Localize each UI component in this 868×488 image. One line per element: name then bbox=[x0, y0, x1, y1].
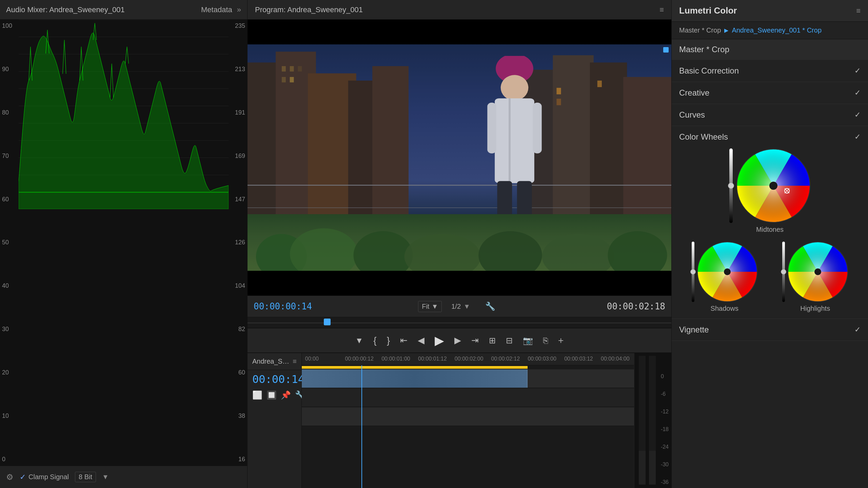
railing-bottom bbox=[248, 207, 671, 208]
expand-icon[interactable]: » bbox=[237, 5, 241, 14]
midtones-slider-handle[interactable] bbox=[728, 183, 734, 189]
svg-point-61 bbox=[814, 268, 821, 275]
svg-rect-33 bbox=[509, 98, 511, 183]
mark-out-button[interactable]: } bbox=[385, 333, 392, 348]
scope-settings-icon[interactable]: ⚙ bbox=[6, 472, 14, 482]
monitor-header: Program: Andrea_Sweeney_001 ≡ bbox=[248, 0, 671, 20]
center-area: Program: Andrea_Sweeney_001 ≡ bbox=[248, 0, 671, 488]
timeline-header-left: Andrea_Sweeney_001 ≡ bbox=[248, 353, 301, 370]
mark-in-button[interactable]: { bbox=[371, 333, 378, 348]
metadata-label[interactable]: Metadata bbox=[201, 5, 232, 14]
timeline-ruler: 00:00 00:00:00:12 00:00:01:00 00:00:01:1… bbox=[302, 353, 634, 365]
timeline-pin-tool[interactable]: 📌 bbox=[281, 390, 291, 400]
lumetri-menu-icon[interactable]: ≡ bbox=[856, 6, 861, 15]
wrench-icon[interactable]: 🔧 bbox=[485, 302, 495, 311]
svg-point-52 bbox=[769, 182, 777, 190]
scrub-handle[interactable] bbox=[324, 319, 331, 325]
svg-rect-24 bbox=[553, 55, 593, 225]
master-crop-label: Master * Crop bbox=[679, 45, 729, 54]
timeline-tools: ⬜ 🔲 📌 🔧 bbox=[248, 388, 301, 402]
work-area-bar[interactable] bbox=[302, 366, 528, 369]
svg-rect-13 bbox=[248, 63, 280, 226]
highlights-v-slider[interactable] bbox=[782, 242, 785, 302]
highlights-wheel-svg[interactable] bbox=[788, 242, 848, 302]
breadcrumb-clip[interactable]: Andrea_Sweeney_001 * Crop bbox=[732, 26, 822, 34]
video-clip[interactable] bbox=[302, 369, 528, 388]
timecode-current: 00:00:00:14 bbox=[254, 301, 312, 311]
highlights-slider-handle[interactable] bbox=[781, 269, 786, 274]
play-button[interactable]: ▶ bbox=[433, 331, 446, 350]
step-forward-button[interactable]: ▶ bbox=[452, 333, 463, 348]
svg-point-58 bbox=[724, 268, 731, 275]
go-to-out-button[interactable]: ⇥ bbox=[469, 333, 481, 348]
timeline-right-meter: 0 -6 -12 -18 -24 -30 -36 bbox=[634, 353, 671, 488]
timeline-track-labels: Andrea_Sweeney_001 ≡ 00:00:14 ⬜ 🔲 📌 🔧 bbox=[248, 353, 302, 488]
bit-depth-label[interactable]: 8 Bit bbox=[75, 472, 96, 482]
shadows-v-slider[interactable] bbox=[692, 242, 694, 302]
in-out-indicator bbox=[663, 47, 669, 53]
creative-section[interactable]: Creative ✓ bbox=[672, 82, 868, 104]
clamp-signal-checkbox[interactable]: ✓ Clamp Signal bbox=[20, 473, 69, 482]
center-main: Program: Andrea_Sweeney_001 ≡ bbox=[248, 0, 671, 352]
svg-rect-32 bbox=[495, 98, 534, 183]
timeline-tool-1[interactable]: ⬜ bbox=[252, 390, 262, 400]
svg-rect-47 bbox=[639, 451, 646, 485]
camera-button[interactable]: 📷 bbox=[521, 334, 535, 347]
timeline-tracks bbox=[302, 365, 634, 488]
mini-waveform-svg bbox=[637, 356, 657, 485]
waveform-right-labels: 235 213 191 169 147 126 104 82 60 38 16 bbox=[229, 20, 247, 466]
svg-point-41 bbox=[405, 234, 481, 270]
timeline-tool-2[interactable]: 🔲 bbox=[267, 390, 277, 400]
breadcrumb-master[interactable]: Master * Crop bbox=[679, 26, 721, 34]
scrub-bar[interactable] bbox=[248, 317, 671, 328]
video-letterbox-bottom bbox=[248, 271, 671, 296]
shadows-highlights-row: Shadows bbox=[679, 242, 861, 312]
svg-rect-22 bbox=[290, 77, 294, 82]
step-back-button[interactable]: ◀ bbox=[416, 333, 427, 348]
funnel-button[interactable]: ▼ bbox=[353, 334, 366, 347]
bit-depth-dropdown-icon[interactable]: ▼ bbox=[102, 473, 109, 481]
svg-point-40 bbox=[354, 231, 413, 271]
shadows-wheel-svg[interactable] bbox=[697, 242, 757, 302]
master-crop-section[interactable]: Master * Crop bbox=[672, 39, 868, 60]
svg-rect-48 bbox=[649, 451, 656, 485]
timeline-menu-icon[interactable]: ≡ bbox=[293, 358, 297, 365]
timeline-track-3 bbox=[302, 407, 634, 426]
insert-button[interactable]: ⊞ bbox=[487, 334, 498, 347]
midtones-v-slider[interactable] bbox=[729, 148, 733, 223]
fit-dropdown-arrow: ▼ bbox=[431, 303, 438, 310]
fit-dropdown[interactable]: Fit ▼ bbox=[418, 301, 442, 312]
creative-label: Creative bbox=[679, 88, 709, 98]
waveform-left-labels: 100 90 80 70 60 50 40 30 20 10 0 bbox=[0, 20, 19, 466]
curves-section[interactable]: Curves ✓ bbox=[672, 104, 868, 126]
svg-rect-29 bbox=[597, 81, 601, 87]
timecode-duration: 00:00:02:18 bbox=[607, 301, 665, 311]
color-wheels-label: Color Wheels bbox=[679, 132, 728, 142]
timeline-track-2 bbox=[302, 388, 634, 407]
add-button[interactable]: + bbox=[556, 333, 566, 348]
midtones-row: Midtones bbox=[679, 148, 861, 233]
midtones-wheel-svg[interactable] bbox=[736, 148, 811, 223]
curves-check: ✓ bbox=[854, 110, 861, 119]
overwrite-button[interactable]: ⊟ bbox=[504, 334, 515, 347]
timeline-playhead bbox=[361, 365, 362, 488]
export-frame-button[interactable]: ⎘ bbox=[541, 334, 550, 347]
page-dropdown-arrow[interactable]: ▼ bbox=[463, 303, 470, 310]
timeline-track-1 bbox=[302, 369, 634, 388]
audio-mixer-title: Audio Mixer: Andrea_Sweeney_001 bbox=[6, 5, 125, 14]
basic-correction-section[interactable]: Basic Correction ✓ bbox=[672, 60, 868, 82]
highlights-wheel-wrap bbox=[782, 242, 848, 302]
scrub-track bbox=[248, 323, 671, 323]
creative-check: ✓ bbox=[854, 88, 861, 97]
timeline-title: Andrea_Sweeney_001 bbox=[252, 358, 290, 365]
monitor-menu-icon[interactable]: ≡ bbox=[659, 5, 664, 14]
breadcrumb-dropdown-arrow[interactable]: ▶ bbox=[724, 27, 728, 34]
greenery bbox=[248, 214, 671, 271]
buildings-left-svg bbox=[248, 44, 409, 225]
svg-rect-19 bbox=[290, 66, 294, 72]
go-to-in-button[interactable]: ⇤ bbox=[398, 333, 410, 348]
bottom-panels: Andrea_Sweeney_001 ≡ 00:00:14 ⬜ 🔲 📌 🔧 00… bbox=[248, 352, 671, 488]
shadows-container: Shadows bbox=[692, 242, 757, 312]
shadows-slider-handle[interactable] bbox=[690, 269, 696, 274]
vignette-section[interactable]: Vignette ✓ bbox=[672, 319, 868, 341]
